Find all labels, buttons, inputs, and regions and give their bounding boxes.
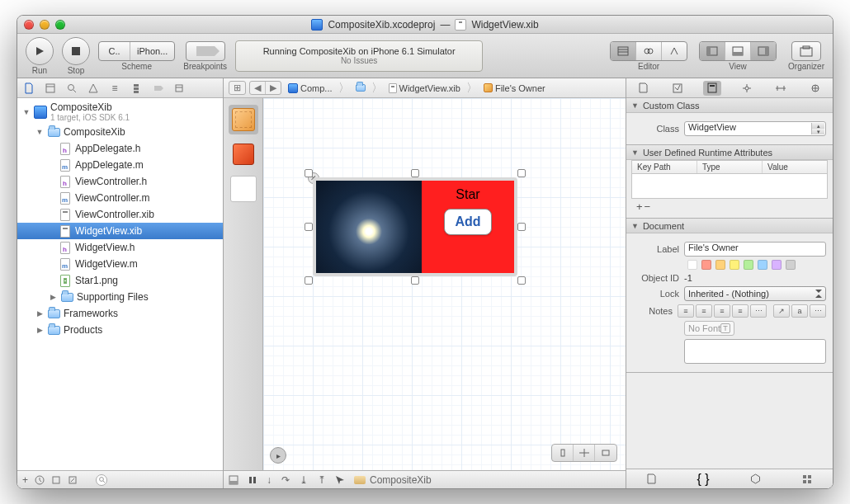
tree-folder[interactable]: ▶Frameworks [17, 305, 223, 322]
first-responder-dock[interactable] [229, 139, 258, 169]
jump-file[interactable]: WidgetView.xib [385, 83, 464, 93]
color-chip[interactable] [758, 260, 767, 270]
tree-file[interactable]: AppDelegate.h [17, 140, 223, 157]
run-button[interactable] [26, 37, 54, 65]
close-window-button[interactable] [24, 20, 34, 30]
font-a-button[interactable]: a [791, 304, 808, 318]
connections-inspector-icon[interactable] [806, 81, 824, 96]
activity-viewer[interactable]: Running CompositeXib on iPhone 6.1 Simul… [235, 40, 483, 72]
resize-handle[interactable] [517, 223, 526, 231]
list-button[interactable]: ⋯ [750, 304, 767, 318]
more-button[interactable]: ⋯ [810, 304, 826, 318]
color-chip[interactable] [701, 260, 711, 270]
scheme-destination[interactable]: iPhon... [130, 42, 174, 60]
history-buttons[interactable]: ◀▶ [249, 81, 281, 95]
zoom-window-button[interactable] [55, 20, 65, 30]
scm-icon[interactable] [51, 475, 61, 485]
minimize-window-button[interactable] [40, 20, 50, 30]
assistant-editor-button[interactable] [636, 42, 662, 60]
step-over-button[interactable]: ↷ [281, 474, 290, 486]
resize-handle[interactable] [305, 276, 313, 285]
label-color-chips[interactable] [687, 260, 796, 270]
debug-navigator-icon[interactable] [130, 82, 143, 95]
add-button[interactable]: + [22, 474, 28, 486]
version-editor-button[interactable] [662, 42, 687, 60]
thread-selector[interactable]: CompositeXib [354, 474, 432, 486]
step-in-button[interactable]: ⤓ [300, 474, 308, 486]
align-center-button[interactable]: ≡ [696, 304, 712, 318]
no-color-chip[interactable] [687, 260, 697, 270]
continue-button[interactable]: ↓ [267, 474, 272, 486]
view-placeholder-dock[interactable] [229, 174, 258, 204]
align-button[interactable] [552, 445, 574, 461]
jump-project[interactable]: Comp... [285, 83, 336, 93]
files-owner-dock[interactable] [229, 105, 258, 134]
tree-file[interactable]: Star1.png [17, 272, 223, 289]
remove-attr-button[interactable]: − [645, 200, 651, 213]
tree-file[interactable]: ViewController.xib [17, 206, 223, 223]
project-navigator-icon[interactable] [22, 82, 35, 95]
stepper-up[interactable]: ▴ [811, 123, 824, 129]
link-button[interactable]: ↗ [773, 304, 790, 318]
jump-folder[interactable] [352, 84, 369, 92]
align-justify-button[interactable]: ≡ [732, 304, 748, 318]
tree-folder[interactable]: ▶Supporting Files [17, 289, 223, 305]
file-inspector-icon[interactable] [635, 81, 653, 96]
code-snippet-lib-icon[interactable]: { } [697, 472, 710, 487]
resolve-button[interactable] [595, 445, 616, 461]
color-chip[interactable] [744, 260, 753, 270]
symbol-navigator-icon[interactable] [44, 82, 57, 95]
tree-project-root[interactable]: ▼ CompositeXib1 target, iOS SDK 6.1 [17, 100, 223, 124]
toggle-navigator-button[interactable] [700, 42, 725, 60]
tree-file[interactable]: ViewController.m [17, 190, 223, 206]
resize-handle[interactable] [411, 276, 419, 285]
add-attr-button[interactable]: + [636, 200, 643, 213]
quick-help-icon[interactable] [668, 81, 687, 96]
color-chip[interactable] [715, 260, 725, 270]
resize-handle[interactable] [305, 169, 313, 177]
toggle-outline-button[interactable]: ▸ [270, 447, 286, 464]
pause-button[interactable] [248, 476, 257, 484]
scheme-target[interactable]: C.. [99, 42, 130, 60]
resize-handle[interactable] [517, 169, 526, 177]
filter-icon[interactable] [68, 475, 78, 485]
stop-button[interactable] [62, 37, 90, 65]
interface-builder-canvas[interactable]: ✕ Star Add ▸ [263, 98, 626, 470]
attributes-inspector-icon[interactable] [738, 81, 756, 96]
tree-file-selected[interactable]: WidgetView.xib [17, 223, 223, 239]
widget-view-selection[interactable]: ✕ Star Add [313, 177, 517, 276]
align-right-button[interactable]: ≡ [714, 304, 730, 318]
view-segment[interactable] [699, 41, 777, 61]
test-navigator-icon[interactable]: ≡ [108, 82, 121, 95]
pin-button[interactable] [574, 445, 595, 461]
notes-textarea[interactable] [684, 339, 826, 364]
canvas-layout-buttons[interactable] [551, 444, 617, 462]
toggle-debug-area-button[interactable] [229, 475, 238, 485]
tree-file[interactable]: ViewController.h [17, 173, 223, 190]
stepper-down[interactable]: ▾ [811, 129, 824, 134]
issue-navigator-icon[interactable] [87, 82, 100, 95]
log-navigator-icon[interactable] [172, 82, 186, 95]
related-items-button[interactable]: ⊞ [229, 81, 246, 95]
color-chip[interactable] [786, 260, 796, 270]
font-selector[interactable]: No FontT [684, 321, 734, 336]
toggle-utilities-button[interactable] [751, 42, 776, 60]
step-out-button[interactable]: ⤒ [318, 474, 326, 486]
tree-folder[interactable]: ▶Products [17, 322, 223, 338]
color-chip[interactable] [772, 260, 782, 270]
lock-select[interactable]: Inherited - (Nothing) [684, 286, 826, 301]
tree-file[interactable]: AppDelegate.m [17, 157, 223, 173]
tree-file[interactable]: WidgetView.m [17, 256, 223, 272]
resize-handle[interactable] [305, 223, 313, 231]
color-chip[interactable] [730, 260, 739, 270]
breakpoint-navigator-icon[interactable] [151, 82, 164, 95]
jump-bar[interactable]: ⊞ ◀▶ Comp...〉 〉 WidgetView.xib〉 File's O… [224, 78, 626, 98]
resize-handle[interactable] [517, 276, 526, 285]
align-left-button[interactable]: ≡ [678, 304, 694, 318]
standard-editor-button[interactable] [611, 42, 636, 60]
search-filter-icon[interactable] [96, 474, 107, 486]
class-field[interactable]: WidgetView ▴▾ [684, 121, 826, 136]
breakpoints-button[interactable] [186, 41, 225, 61]
runtime-table-body[interactable] [631, 174, 828, 199]
tree-folder[interactable]: ▼CompositeXib [17, 124, 223, 140]
